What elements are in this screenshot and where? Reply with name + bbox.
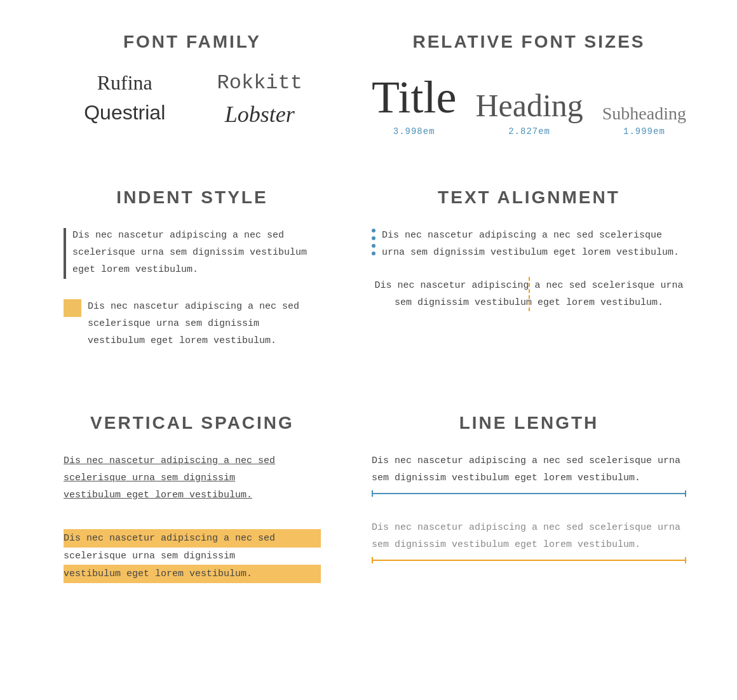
indent-block-2: Dis nec nascetur adipiscing a nec sed sc… [64,298,321,349]
align-text-left: Dis nec nascetur adipiscing a nec sed sc… [382,227,686,261]
indent-bar-line [64,228,66,279]
vs-line-1: Dis nec nascetur adipiscing a nec sed [64,455,275,466]
dot-1 [372,229,375,232]
line-length-arrow-orange [372,557,686,563]
alignment-center-block: Dis nec nascetur adipiscing a nec sed sc… [372,277,686,311]
dots-column [372,227,375,261]
vs-text-highlight: Dis nec nascetur adipiscing a nec sed sc… [64,529,321,583]
indent-style-title: INDENT STYLE [64,187,321,208]
relative-font-sizes-section: RELATIVE FONT SIZES Title 3.998em Headin… [346,13,712,168]
text-alignment-title: TEXT ALIGNMENT [372,187,686,208]
font-questrial: Questrial [64,101,186,128]
ll-block-narrow: Dis nec nascetur adipiscing a nec sed sc… [372,452,686,497]
arrow-line-orange [373,560,685,561]
vs-line-2: scelerisque urna sem dignissim [64,473,235,483]
vs-text-underline: Dis nec nascetur adipiscing a nec sed sc… [64,452,321,504]
heading-text: Heading [475,87,583,124]
line-length-title: LINE LENGTH [372,413,686,433]
alignment-left-block: Dis nec nascetur adipiscing a nec sed sc… [372,227,686,261]
indent-text-1: Dis nec nascetur adipiscing a nec sed sc… [72,227,321,278]
line-length-section: LINE LENGTH Dis nec nascetur adipiscing … [346,394,712,621]
indent-bar-1: Dis nec nascetur adipiscing a nec sed sc… [64,227,321,279]
font-family-grid: Rufina Rokkitt Questrial Lobster [64,71,321,128]
ll-text-2: Dis nec nascetur adipiscing a nec sed sc… [372,519,686,553]
indent-text-2: Dis nec nascetur adipiscing a nec sed sc… [88,298,321,349]
font-rufina: Rufina [64,71,186,95]
vs-highlight-line-1: Dis nec nascetur adipiscing a nec sed [64,529,321,548]
title-size-label: 3.998em [372,126,456,137]
indent-block-1: Dis nec nascetur adipiscing a nec sed sc… [64,227,321,279]
font-lobster: Lobster [198,101,320,128]
arrow-cap-right-orange [685,557,686,563]
font-family-section: FONT FAMiLy Rufina Rokkitt Questrial Lob… [25,13,346,168]
title-text: Title [372,71,456,124]
center-dashed-line [529,277,530,311]
vs-nohighlight-line: scelerisque urna sem dignissim [64,551,235,562]
heading-size-label: 2.827em [475,126,583,137]
font-family-title: FONT FAMiLy [64,32,321,52]
font-size-subheading: Subheading 1.999em [602,104,686,137]
ll-block-wide: Dis nec nascetur adipiscing a nec sed sc… [372,519,686,563]
vs-block-highlight: Dis nec nascetur adipiscing a nec sed sc… [64,529,321,583]
vs-line-3: vestibulum eget lorem vestibulum. [64,490,252,501]
text-alignment-section: TEXT ALIGNMENT Dis nec nascetur adipisci… [346,168,712,394]
align-left-dots: Dis nec nascetur adipiscing a nec sed sc… [372,227,686,261]
font-rokkitt: Rokkitt [198,71,320,95]
ll-text-1: Dis nec nascetur adipiscing a nec sed sc… [372,452,686,487]
vertical-spacing-section: VERTICAL SPACING Dis nec nascetur adipis… [25,394,346,621]
dot-2 [372,236,375,240]
subheading-size-label: 1.999em [602,126,686,137]
line-length-arrow-blue [372,490,686,497]
indent-square [64,299,81,317]
font-size-heading: Heading 2.827em [475,87,583,137]
arrow-line-blue [373,493,685,494]
font-size-title: Title 3.998em [372,71,456,137]
arrow-cap-right-blue [685,490,686,497]
indent-bar-2: Dis nec nascetur adipiscing a nec sed sc… [64,298,321,349]
relative-font-sizes-title: RELATIVE FONT SIZES [372,32,686,52]
vertical-spacing-title: VERTICAL SPACING [64,413,321,433]
font-sizes-demo: Title 3.998em Heading 2.827em Subheading… [372,71,686,137]
vs-block-underline: Dis nec nascetur adipiscing a nec sed sc… [64,452,321,504]
indent-style-section: INDENT STYLE Dis nec nascetur adipiscing… [25,168,346,394]
vs-highlight-line-2: vestibulum eget lorem vestibulum. [64,565,321,583]
subheading-text: Subheading [602,104,686,124]
dot-3 [372,244,375,248]
dot-4 [372,252,375,255]
